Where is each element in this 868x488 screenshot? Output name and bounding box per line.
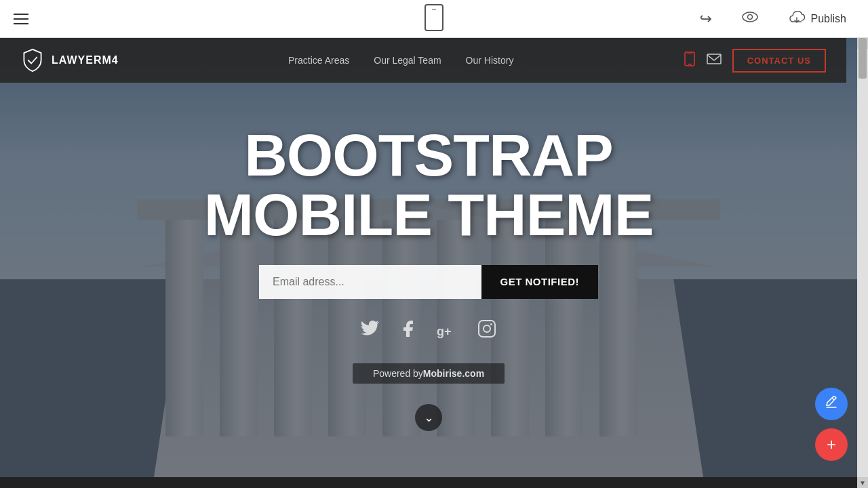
- hamburger-icon[interactable]: [14, 14, 28, 24]
- logo-text: LAWYERM4: [52, 54, 119, 66]
- eye-icon: [742, 12, 758, 26]
- googleplus-icon[interactable]: g+: [437, 323, 458, 339]
- shield-icon: [20, 48, 45, 73]
- nav-link-legal-team[interactable]: Our Legal Team: [374, 55, 441, 66]
- edit-fab-button[interactable]: [815, 388, 848, 420]
- editor-bar-center: [425, 4, 443, 34]
- publish-button[interactable]: Publish: [780, 7, 854, 31]
- cloud-upload-icon: [788, 11, 806, 27]
- nav-link-history[interactable]: Our History: [466, 55, 514, 66]
- site-wrapper: LAWYERM4 Practice Areas Our Legal Team O…: [0, 38, 868, 488]
- hero-section: LAWYERM4 Practice Areas Our Legal Team O…: [0, 38, 857, 477]
- svg-text:g+: g+: [437, 325, 452, 338]
- nav-links: Practice Areas Our Legal Team Our Histor…: [288, 55, 513, 66]
- edit-icon: [825, 396, 838, 413]
- svg-rect-7: [479, 321, 495, 337]
- fab-container: +: [815, 388, 848, 461]
- preview-button[interactable]: [734, 7, 766, 30]
- publish-label: Publish: [811, 13, 846, 25]
- nav-link-practice-areas[interactable]: Practice Areas: [288, 55, 349, 66]
- editor-bar-right: ↩ Publish: [692, 6, 854, 32]
- hero-content: BOOTSTRAP MOBILE THEME GET NOTIFIED!: [204, 125, 654, 431]
- editor-bar-left: [14, 14, 28, 24]
- email-input[interactable]: [259, 265, 481, 299]
- scroll-down-button[interactable]: ⌄: [415, 404, 442, 431]
- nav-actions: CONTACT US: [684, 49, 826, 73]
- site-nav: LAWYERM4 Practice Areas Our Legal Team O…: [0, 38, 846, 83]
- svg-rect-5: [707, 54, 721, 64]
- hero-form: GET NOTIFIED!: [259, 265, 598, 299]
- svg-point-0: [743, 12, 757, 22]
- notify-button[interactable]: GET NOTIFIED!: [481, 265, 599, 299]
- editor-bar: ↩ Publish: [0, 0, 868, 38]
- undo-button[interactable]: ↩: [692, 6, 720, 32]
- twitter-icon[interactable]: [361, 319, 380, 343]
- scrollbar-down-button[interactable]: ▼: [857, 477, 868, 488]
- instagram-icon[interactable]: [477, 319, 496, 343]
- hero-title: BOOTSTRAP MOBILE THEME: [204, 125, 654, 245]
- scrollbar-thumb[interactable]: [859, 38, 867, 79]
- social-icons: g+: [361, 319, 496, 343]
- contact-us-button[interactable]: CONTACT US: [732, 49, 826, 73]
- phone-preview-icon[interactable]: [425, 4, 443, 31]
- svg-point-8: [484, 325, 490, 332]
- chevron-down-icon: ⌄: [424, 410, 434, 425]
- svg-point-9: [490, 323, 492, 325]
- svg-rect-3: [688, 64, 692, 65]
- undo-icon: ↩: [700, 10, 712, 28]
- powered-text: Powered byMobirise.com: [373, 368, 484, 379]
- facebook-icon[interactable]: [399, 319, 418, 343]
- nav-phone-icon[interactable]: [684, 52, 696, 70]
- nav-mail-icon[interactable]: [707, 54, 722, 68]
- scrollbar[interactable]: ▲ ▼: [857, 38, 868, 488]
- site-logo: LAWYERM4: [20, 48, 119, 73]
- svg-rect-4: [687, 54, 692, 54]
- add-fab-button[interactable]: +: [815, 428, 848, 461]
- svg-point-1: [747, 15, 752, 20]
- plus-icon: +: [827, 435, 836, 454]
- powered-by-bar: Powered byMobirise.com: [353, 363, 505, 384]
